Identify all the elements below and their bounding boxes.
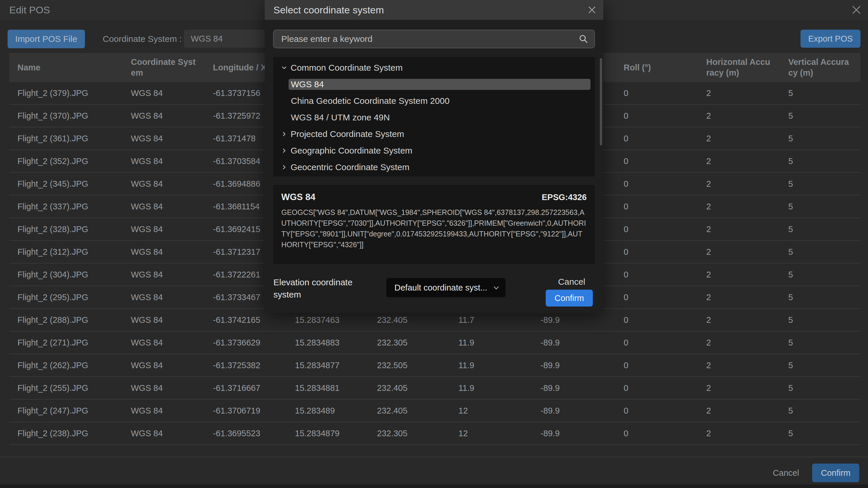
chevron-down-icon: [281, 65, 287, 71]
table-cell: 0: [616, 218, 698, 240]
table-cell: 15.2834879: [287, 422, 369, 444]
table-cell: 2: [698, 195, 780, 218]
export-pos-button[interactable]: Export POS: [801, 30, 861, 48]
table-cell: 0: [616, 82, 698, 104]
elevation-coordinate-select[interactable]: Default coordinate syst...: [386, 278, 505, 297]
confirm-button[interactable]: Confirm: [812, 463, 859, 482]
table-cell: WGS 84: [123, 331, 205, 354]
table-cell: -61.3695523: [205, 422, 287, 444]
table-cell: 5: [780, 150, 861, 172]
column-header: Roll (°): [616, 53, 698, 82]
table-cell: 2: [698, 173, 780, 195]
table-cell: 0: [616, 354, 698, 376]
tree-item-cgcs2000[interactable]: China Geodetic Coordinate System 2000: [273, 93, 595, 109]
table-cell: 11.9: [450, 377, 532, 399]
table-cell: 0: [616, 105, 698, 127]
table-cell: 5: [780, 422, 861, 444]
table-cell: 5: [780, 105, 861, 127]
table-cell: 15.283489: [287, 399, 369, 422]
table-row[interactable]: Flight_2 (255).JPGWGS 84-61.371666715.28…: [9, 377, 861, 399]
selected-item-highlight: WGS 84: [288, 79, 590, 90]
table-cell: 2: [698, 422, 780, 444]
table-cell: 2: [698, 241, 780, 263]
table-cell: 0: [616, 422, 698, 444]
tree-item-label: China Geodetic Coordinate System 2000: [291, 96, 450, 106]
table-cell: Flight_2 (304).JPG: [9, 263, 123, 286]
table-cell: WGS 84: [123, 218, 205, 240]
table-cell: 5: [780, 127, 861, 150]
tree-group-geographic[interactable]: Geographic Coordinate System: [273, 142, 595, 159]
table-cell: 2: [698, 309, 780, 331]
table-row[interactable]: Flight_2 (271).JPGWGS 84-61.373662915.28…: [9, 331, 861, 354]
table-cell: 5: [780, 195, 861, 218]
table-cell: 0: [616, 173, 698, 195]
table-cell: 0: [616, 286, 698, 308]
search-icon[interactable]: [579, 34, 588, 44]
detail-epsg-code: EPSG:4326: [541, 193, 587, 202]
tree-item-utm49n[interactable]: WGS 84 / UTM zone 49N: [273, 109, 595, 126]
dialog-title: Select coordinate system: [273, 0, 384, 20]
coordinate-system-tree: Common Coordinate System WGS 84 China Ge…: [273, 57, 595, 176]
column-header: Vertical Accuracy (m): [780, 53, 861, 82]
table-cell: -89.9: [532, 354, 616, 376]
chevron-down-icon: [493, 285, 500, 291]
table-cell: -89.9: [532, 422, 616, 444]
table-cell: 5: [780, 241, 861, 263]
table-cell: Flight_2 (271).JPG: [9, 331, 123, 354]
table-cell: Flight_2 (379).JPG: [9, 82, 123, 104]
tree-group-common[interactable]: Common Coordinate System: [273, 59, 595, 76]
table-row[interactable]: Flight_2 (247).JPGWGS 84-61.370671915.28…: [9, 399, 861, 422]
table-cell: WGS 84: [123, 263, 205, 286]
table-cell: 2: [698, 399, 780, 422]
table-cell: WGS 84: [123, 309, 205, 331]
tree-scrollbar[interactable]: [600, 58, 602, 145]
table-cell: -89.9: [532, 331, 616, 354]
tree-item-wgs84[interactable]: WGS 84: [273, 76, 595, 93]
table-cell: 0: [616, 377, 698, 399]
chevron-right-icon: [281, 148, 287, 154]
table-cell: Flight_2 (295).JPG: [9, 286, 123, 308]
table-cell: WGS 84: [123, 399, 205, 422]
detail-wkt-text: GEOGCS["WGS 84",DATUM["WGS_1984",SPHEROI…: [281, 207, 587, 250]
table-cell: 0: [616, 263, 698, 286]
tree-item-label: WGS 84 / UTM zone 49N: [291, 112, 390, 123]
elevation-coordinate-value: Default coordinate syst...: [395, 278, 487, 297]
table-cell: 2: [698, 377, 780, 399]
table-cell: Flight_2 (361).JPG: [9, 127, 123, 150]
table-cell: 0: [616, 127, 698, 150]
table-cell: 232.405: [369, 377, 450, 399]
table-cell: Flight_2 (288).JPG: [9, 309, 123, 331]
table-cell: 0: [616, 309, 698, 331]
detail-name: WGS 84: [281, 192, 315, 202]
tree-group-geocentric[interactable]: Geocentric Coordinate System: [273, 159, 595, 175]
table-cell: WGS 84: [123, 150, 205, 172]
table-cell: 15.2834883: [287, 331, 369, 354]
page-title: Edit POS: [9, 0, 50, 20]
table-cell: -61.3716667: [205, 377, 287, 399]
table-cell: 2: [698, 150, 780, 172]
table-cell: 2: [698, 263, 780, 286]
search-input[interactable]: Please enter a keyword: [273, 30, 595, 48]
close-icon[interactable]: [851, 5, 862, 15]
table-cell: 0: [616, 399, 698, 422]
table-cell: 0: [616, 331, 698, 354]
table-cell: -89.9: [532, 377, 616, 399]
cancel-button[interactable]: Cancel: [763, 463, 809, 482]
table-cell: WGS 84: [123, 195, 205, 218]
coordinate-system-value: WGS 84: [191, 34, 223, 43]
table-cell: 15.2834877: [287, 354, 369, 376]
table-cell: WGS 84: [123, 377, 205, 399]
table-cell: WGS 84: [123, 286, 205, 308]
table-cell: 5: [780, 354, 861, 376]
dialog-confirm-button[interactable]: Confirm: [546, 290, 593, 306]
dialog-cancel-button[interactable]: Cancel: [558, 277, 585, 287]
table-row[interactable]: Flight_2 (262).JPGWGS 84-61.372538215.28…: [9, 354, 861, 377]
tree-group-projected[interactable]: Projected Coordinate System: [273, 126, 595, 142]
dialog-close-icon[interactable]: [588, 5, 596, 14]
import-pos-button[interactable]: Import POS File: [7, 30, 85, 48]
table-cell: Flight_2 (312).JPG: [9, 241, 123, 263]
table-row[interactable]: Flight_2 (238).JPGWGS 84-61.369552315.28…: [9, 422, 861, 445]
table-cell: 232.305: [369, 422, 450, 444]
table-cell: WGS 84: [123, 127, 205, 150]
table-cell: WGS 84: [123, 241, 205, 263]
